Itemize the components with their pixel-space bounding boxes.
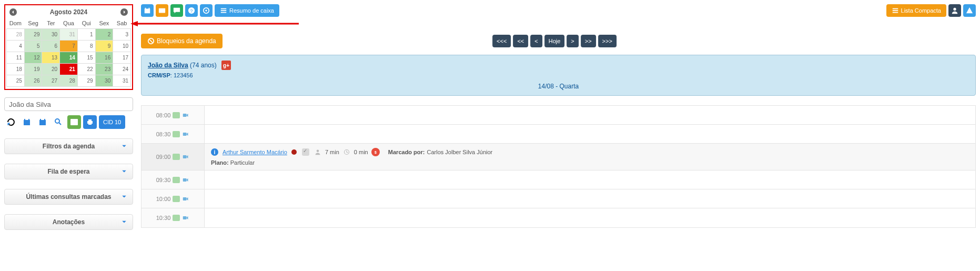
professional-name-input[interactable]: [4, 97, 133, 111]
gplus-icon[interactable]: g+: [221, 61, 231, 70]
cal-day[interactable]: 28: [60, 75, 78, 87]
cal-day[interactable]: 4: [7, 41, 25, 52]
slot-body[interactable]: [205, 125, 975, 143]
slot-time: 08:00: [142, 106, 205, 124]
clock-icon: [342, 148, 351, 156]
accordion[interactable]: Filtros da agenda: [4, 138, 133, 154]
cal-prev-button[interactable]: [9, 8, 17, 16]
cal-day[interactable]: 14: [60, 52, 78, 64]
schedule-row[interactable]: 09:30: [142, 170, 975, 189]
cal-weekday: Sex: [95, 18, 113, 29]
cal-day[interactable]: 26: [24, 75, 42, 87]
cal-day[interactable]: 20: [42, 64, 60, 75]
cal-day[interactable]: 17: [113, 52, 131, 64]
folder-icon: [173, 196, 180, 202]
cal-day[interactable]: 30: [42, 29, 60, 41]
money-icon[interactable]: [371, 148, 380, 156]
cal-day[interactable]: 21: [60, 64, 78, 75]
cal-day[interactable]: 5: [24, 41, 42, 52]
schedule-row[interactable]: 10:00: [142, 189, 975, 208]
cal-next-button[interactable]: [120, 8, 128, 16]
calendar-icon-2[interactable]: [36, 115, 49, 129]
folder-icon: [173, 177, 180, 183]
tool-msg-icon[interactable]: [156, 4, 168, 17]
doctor-name-link[interactable]: João da Silva: [148, 62, 188, 69]
search-button[interactable]: [52, 115, 65, 129]
slot-body[interactable]: [205, 106, 975, 124]
chevron-down-icon: [121, 219, 127, 225]
slot-body[interactable]: [205, 170, 975, 189]
check-icon[interactable]: [302, 148, 309, 156]
cal-day[interactable]: 19: [24, 64, 42, 75]
print-button[interactable]: [83, 115, 97, 129]
slot-time: 09:30: [142, 170, 205, 189]
accordion[interactable]: Anotações: [4, 214, 133, 230]
slot-body[interactable]: iArthur Sarmento Macário7 min0 min Marca…: [205, 144, 975, 170]
cal-day[interactable]: 11: [7, 52, 25, 64]
cal-day[interactable]: 29: [24, 29, 42, 41]
nav-next[interactable]: >: [567, 35, 578, 47]
nav-first[interactable]: <<<: [492, 35, 511, 47]
cal-weekday: Sab: [113, 18, 131, 29]
tool-chat-icon[interactable]: [170, 4, 183, 17]
nav-next2[interactable]: >>: [581, 35, 596, 47]
tool-target-icon[interactable]: [200, 4, 213, 17]
accordion[interactable]: Últimas consultas marcadas: [4, 189, 133, 205]
patient-link[interactable]: Arthur Sarmento Macário: [223, 149, 287, 155]
slot-time: 08:30: [142, 125, 205, 143]
cal-day[interactable]: 18: [7, 64, 25, 75]
cal-day[interactable]: 30: [95, 75, 113, 87]
cid10-button[interactable]: CID 10: [99, 115, 125, 129]
alert-icon[interactable]: [963, 4, 976, 17]
cal-day[interactable]: 25: [7, 75, 25, 87]
calendar-icon-1[interactable]: [20, 115, 34, 129]
user-icon[interactable]: [948, 4, 961, 17]
cal-day[interactable]: 15: [77, 52, 95, 64]
tool-cal-icon[interactable]: [141, 4, 154, 17]
schedule-row[interactable]: 09:00iArthur Sarmento Macário7 min0 min …: [142, 144, 975, 170]
nav-prev[interactable]: <: [530, 35, 542, 47]
cal-day[interactable]: 23: [95, 64, 113, 75]
cal-day[interactable]: 27: [42, 75, 60, 87]
cal-day[interactable]: 10: [113, 41, 131, 52]
folder-icon: [173, 154, 180, 160]
cal-day[interactable]: 22: [77, 64, 95, 75]
cal-day[interactable]: 8: [77, 41, 95, 52]
export-excel-button[interactable]: [67, 115, 81, 129]
schedule-row[interactable]: 10:30: [142, 208, 975, 227]
cal-day[interactable]: 7: [60, 41, 78, 52]
slot-body[interactable]: [205, 208, 975, 227]
cal-day[interactable]: 24: [113, 64, 131, 75]
cal-title: Agosto 2024: [50, 8, 87, 16]
cal-day[interactable]: 16: [95, 52, 113, 64]
refresh-button[interactable]: [4, 115, 18, 129]
cal-weekday: Qui: [77, 18, 95, 29]
nav-today[interactable]: Hoje: [544, 35, 565, 47]
schedule-row[interactable]: 08:30: [142, 125, 975, 144]
cal-day[interactable]: 31: [60, 29, 78, 41]
schedule-row[interactable]: 08:00: [142, 106, 975, 125]
cal-day[interactable]: 29: [77, 75, 95, 87]
slot-body[interactable]: [205, 189, 975, 208]
accordion[interactable]: Fila de espera: [4, 164, 133, 179]
resumo-caixa-button[interactable]: Resumo de caixa: [215, 4, 279, 17]
slot-time: 09:00: [142, 144, 205, 170]
cal-day[interactable]: 28: [7, 29, 25, 41]
cal-weekday: Seg: [24, 18, 42, 29]
cal-day[interactable]: 1: [77, 29, 95, 41]
tool-help-icon[interactable]: [185, 4, 198, 17]
cal-day[interactable]: 31: [113, 75, 131, 87]
nav-last[interactable]: >>>: [598, 35, 617, 47]
cal-day[interactable]: 13: [42, 52, 60, 64]
cal-day[interactable]: 2: [95, 29, 113, 41]
bloqueios-agenda-button[interactable]: Bloqueios da agenda: [141, 34, 223, 48]
cal-day[interactable]: 12: [24, 52, 42, 64]
schedule-grid: 08:0008:3009:00iArthur Sarmento Macário7…: [141, 105, 976, 228]
info-icon[interactable]: i: [211, 148, 218, 156]
cal-day[interactable]: 9: [95, 41, 113, 52]
cal-day[interactable]: 6: [42, 41, 60, 52]
folder-icon: [173, 131, 180, 137]
cal-day[interactable]: 3: [113, 29, 131, 41]
lista-compacta-button[interactable]: Lista Compacta: [886, 4, 946, 17]
nav-prev2[interactable]: <<: [513, 35, 528, 47]
